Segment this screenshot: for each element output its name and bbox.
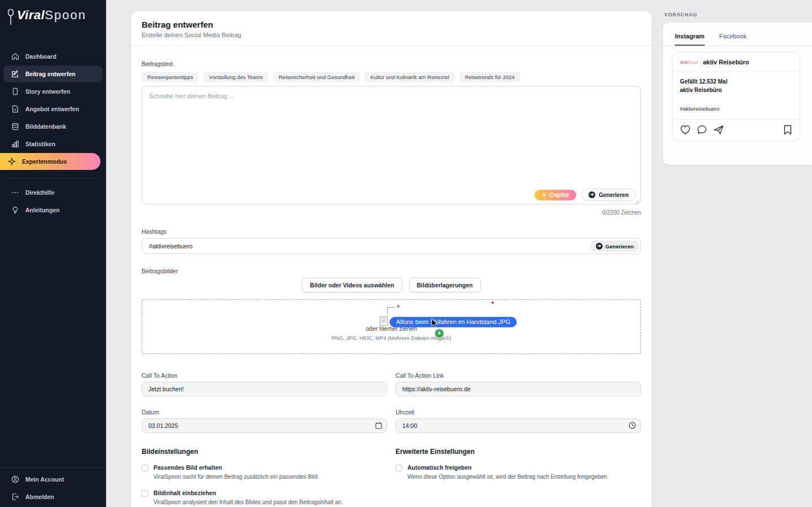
char-count: 0/2200 Zeichen <box>142 209 641 216</box>
like-heart-icon[interactable] <box>680 125 691 135</box>
sidebar-item-beitrag-entwerfen[interactable]: Beitrag entwerfen <box>3 65 103 82</box>
share-icon[interactable] <box>713 125 724 135</box>
post-text-label: Beitragstext <box>142 60 641 67</box>
sidebar-item-anleitungen[interactable]: Anleitungen <box>3 202 103 218</box>
phone-icon <box>11 88 19 95</box>
database-icon <box>11 123 19 130</box>
preview-tabs: Instagram Facebook <box>663 23 812 46</box>
comment-icon[interactable] <box>697 125 707 135</box>
instagram-preview-card: ViralSpoon aktiv Reisebüro Gefällt 12.53… <box>672 52 800 141</box>
cursor-icon <box>431 318 438 328</box>
image-settings-heading: Bildeinstellungen <box>142 448 387 456</box>
select-images-button[interactable]: Bilder oder Videos auswählen <box>302 278 402 292</box>
sidebar-item-mein-account[interactable]: Mein Account <box>3 471 103 488</box>
spoon-icon <box>7 9 15 26</box>
preview-card-header: ViralSpoon aktiv Reisebüro <box>673 53 800 72</box>
suggestion-chips: Reiseexpertentipps Vorstellung des Teams… <box>142 72 641 82</box>
sidebar-item-direkthilfe[interactable]: Direkthilfe <box>3 184 103 201</box>
account-icon <box>11 475 19 483</box>
sidebar-item-expertenmodus[interactable]: Expertenmodus <box>0 153 100 170</box>
cta-input[interactable] <box>142 382 387 396</box>
sidebar-secondary-nav: Direkthilfe Anleitungen <box>0 183 106 219</box>
dragged-file-icon <box>380 316 388 326</box>
caption-author: aktiv Reisebüro <box>680 87 792 93</box>
sidebar-item-dashboard[interactable]: Dashboard <box>3 48 103 65</box>
likes-count: Gefällt 12.532 Mal <box>680 78 792 85</box>
caption-hashtags: #aktivreisebuero <box>680 106 792 112</box>
hashtags-label: Hashtags <box>142 228 641 235</box>
option-bildinhalt: Bildinhalt einbeziehen ViralSpoon analys… <box>142 489 387 506</box>
edit-icon <box>11 70 19 78</box>
automatisch-freigeben-checkbox[interactable] <box>396 465 402 471</box>
preview-panel: Instagram Facebook ViralSpoon aktiv Reis… <box>663 23 812 165</box>
logout-icon <box>11 493 19 501</box>
option-automatisch-freigeben: Automatisch freigeben Wenn diese Option … <box>396 464 641 481</box>
time-input[interactable] <box>396 418 641 433</box>
compose-post-card: Beitrag entwerfen Erstelle deinen Social… <box>131 11 652 507</box>
tab-instagram[interactable]: Instagram <box>675 33 705 46</box>
suggestion-chip[interactable]: Reisesicherheit und Gesundheit <box>273 72 361 82</box>
sidebar-item-story-entwerfen[interactable]: Story entwerfen <box>3 83 103 100</box>
advanced-settings-section: Erweiterte Einstellungen Automatisch fre… <box>396 448 641 507</box>
drop-add-badge: + <box>434 329 444 338</box>
cta-link-label: Call To Action Link <box>396 372 641 379</box>
suggestion-chip[interactable]: Reisetrends für 2024 <box>459 72 520 82</box>
account-avatar-logo: ViralSpoon <box>680 60 699 64</box>
hashtags-input[interactable] <box>142 238 641 254</box>
tab-facebook[interactable]: Facebook <box>719 33 747 46</box>
bookmark-icon[interactable] <box>783 125 792 135</box>
cta-link-input[interactable] <box>396 382 641 396</box>
dragged-file-pill: Alfons beim Skifahren im Handstand.JPG <box>389 317 517 327</box>
bildinhalt-checkbox[interactable] <box>142 490 148 497</box>
dots-icon <box>11 189 19 196</box>
sparkle-icon: ✦ <box>542 192 546 198</box>
arrow-circle-icon: ➜ <box>596 243 603 250</box>
sidebar-divider <box>7 178 99 179</box>
resize-handle-icon[interactable] <box>635 200 639 205</box>
calendar-icon[interactable] <box>375 422 382 429</box>
cta-label: Call To Action <box>142 372 387 379</box>
home-icon <box>11 53 19 60</box>
document-icon <box>11 105 19 113</box>
page-header: Beitrag entwerfen Erstelle deinen Social… <box>131 11 652 46</box>
drag-copy-indicator <box>387 307 395 314</box>
passendes-bild-checkbox[interactable] <box>142 465 148 471</box>
sidebar: ViralSpoon Dashboard Beitrag entwerfen S… <box>0 0 106 507</box>
preview-card-body: Gefällt 12.532 Mal aktiv Reisebüro #akti… <box>673 72 800 119</box>
page-subtitle: Erstelle deinen Social Media Beitrag <box>142 32 641 38</box>
app-logo-text: ViralSpoon <box>17 8 86 23</box>
page-title: Beitrag entwerfen <box>142 20 641 29</box>
suggestion-chip[interactable]: Vorstellung des Teams <box>203 72 268 82</box>
clock-icon[interactable] <box>629 422 636 429</box>
app-logo: ViralSpoon <box>0 0 106 32</box>
preview-heading: VORSCHAU <box>664 12 697 18</box>
date-input[interactable] <box>142 418 387 433</box>
image-dropzone[interactable]: oder hierher ziehen PNG, JPG, HEIC, MP4 … <box>142 299 641 354</box>
sidebar-item-bilddatenbank[interactable]: Bilddatenbank <box>3 118 103 135</box>
sidebar-item-abmelden[interactable]: Abmelden <box>3 488 103 505</box>
sidebar-nav: Dashboard Beitrag entwerfen Story entwer… <box>0 47 106 171</box>
sidebar-item-statistiken[interactable]: Statistiken <box>3 136 103 152</box>
image-overlays-button[interactable]: Bildüberlagerungen <box>409 278 481 292</box>
date-label: Datum <box>142 409 387 416</box>
suggestion-chip[interactable]: Kultur und Kulinarik am Reiseziel <box>365 72 454 82</box>
account-name: aktiv Reisebüro <box>703 59 749 65</box>
arrow-circle-icon: ➜ <box>589 191 595 198</box>
sidebar-footer: Mein Account Abmelden <box>0 467 106 507</box>
option-passendes-bild: Passendes Bild erhalten ViralSpoon sucht… <box>142 464 387 481</box>
image-settings-section: Bildeinstellungen Passendes Bild erhalte… <box>142 448 387 507</box>
post-text-input[interactable] <box>142 86 641 204</box>
advanced-settings-heading: Erweiterte Einstellungen <box>396 448 641 456</box>
preview-card-actions <box>673 119 800 141</box>
lightbulb-icon <box>11 206 19 214</box>
copilot-button[interactable]: ✦Copilot <box>534 190 576 200</box>
time-label: Uhrzeit <box>396 409 641 416</box>
generate-hashtags-button[interactable]: ➜Generieren <box>591 241 639 252</box>
sparkle-icon <box>8 158 16 165</box>
suggestion-chip[interactable]: Reiseexpertentipps <box>142 72 199 82</box>
generate-text-button[interactable]: ➜Generieren <box>582 189 635 201</box>
dropzone-filetypes: PNG, JPG, HEIC, MP4 (Mehrere Dateien mög… <box>331 335 451 341</box>
bar-chart-icon <box>11 140 19 148</box>
post-images-label: Beitragsbilder <box>142 268 641 274</box>
sidebar-item-angebot-entwerfen[interactable]: Angebot entwerfen <box>3 100 103 117</box>
